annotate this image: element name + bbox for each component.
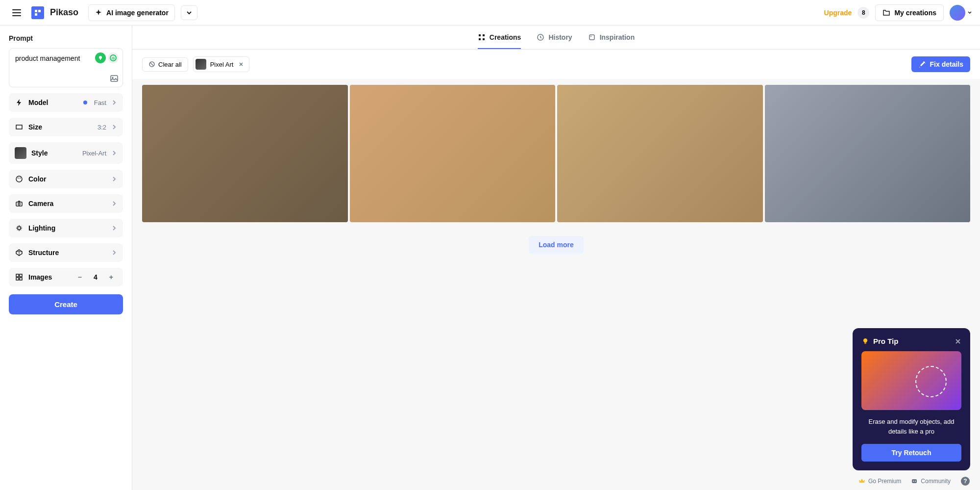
setting-size[interactable]: Size 3:2: [9, 118, 123, 136]
gallery-image[interactable]: [765, 85, 971, 222]
svg-rect-19: [479, 38, 481, 40]
tab-inspiration[interactable]: Inspiration: [588, 33, 635, 49]
setting-camera[interactable]: Camera: [9, 194, 123, 213]
size-value: 3:2: [98, 124, 106, 131]
setting-style[interactable]: Style Pixel-Art: [9, 142, 123, 164]
filter-label: Pixel Art: [210, 61, 234, 68]
setting-lighting[interactable]: Lighting: [9, 219, 123, 237]
svg-rect-18: [483, 34, 485, 36]
camera-icon: [15, 200, 23, 207]
gallery: [132, 79, 980, 228]
chevron-right-icon: [111, 124, 117, 130]
svg-point-12: [18, 227, 21, 230]
svg-rect-14: [20, 274, 22, 277]
structure-icon: [15, 249, 23, 257]
grid-icon: [15, 273, 23, 281]
logo-icon: [34, 9, 42, 17]
menu-button[interactable]: [8, 4, 25, 22]
tab-creations[interactable]: Creations: [478, 33, 521, 49]
tab-creations-label: Creations: [490, 33, 521, 41]
svg-rect-25: [912, 479, 917, 483]
images-count: 4: [91, 273, 100, 281]
style-thumbnail: [15, 147, 26, 159]
svg-rect-10: [16, 202, 22, 206]
pro-tip-card: Pro Tip Erase and modify objects, add de…: [853, 328, 970, 470]
bolt-icon: [15, 99, 23, 106]
upgrade-link[interactable]: Upgrade: [824, 9, 852, 17]
chevron-right-icon: [111, 100, 117, 105]
prompt-suggest-button[interactable]: [95, 52, 106, 63]
help-button[interactable]: ?: [960, 476, 970, 486]
svg-text:?: ?: [963, 478, 967, 485]
filter-thumbnail: [196, 59, 206, 70]
tip-description: Erase and modify objects, add details li…: [861, 417, 961, 436]
chevron-right-icon: [111, 176, 117, 182]
svg-point-7: [16, 176, 22, 182]
ai-generator-button[interactable]: AI image generator: [88, 4, 175, 21]
credits-badge: 8: [858, 7, 869, 19]
sparkle-icon: [95, 9, 102, 17]
caret-down-icon: [967, 10, 972, 15]
wand-icon: [918, 60, 926, 68]
prompt-label: Prompt: [9, 34, 123, 42]
svg-point-11: [18, 203, 20, 205]
discord-icon: [911, 478, 918, 485]
create-button[interactable]: Create: [9, 294, 123, 314]
svg-point-8: [18, 178, 19, 179]
chevron-right-icon: [111, 250, 117, 256]
svg-rect-13: [16, 274, 19, 277]
filter-remove-button[interactable]: [237, 61, 245, 67]
structure-label: Structure: [28, 249, 106, 257]
svg-rect-17: [479, 34, 481, 36]
my-creations-button[interactable]: My creations: [875, 4, 944, 21]
topbar: Pikaso AI image generator Upgrade 8 My c…: [0, 0, 980, 26]
gallery-image[interactable]: [557, 85, 763, 222]
svg-rect-6: [16, 125, 22, 129]
tabs: Creations History Inspiration: [132, 26, 980, 50]
lighting-label: Lighting: [28, 224, 106, 232]
increment-button[interactable]: +: [105, 273, 117, 281]
sun-icon: [15, 224, 23, 232]
clear-all-button[interactable]: Clear all: [142, 57, 188, 72]
hamburger-icon: [12, 8, 22, 18]
tip-title: Pro Tip: [873, 337, 951, 345]
svg-point-26: [913, 481, 914, 482]
prompt-image-button[interactable]: [110, 74, 119, 83]
community-link[interactable]: Community: [911, 476, 951, 486]
style-value: Pixel-Art: [82, 150, 106, 157]
prompt-input[interactable]: product management G: [9, 48, 123, 87]
avatar: [950, 5, 965, 21]
close-icon: [955, 338, 961, 345]
tip-close-button[interactable]: [955, 338, 961, 345]
user-menu[interactable]: [950, 5, 972, 21]
setting-model[interactable]: Model Fast: [9, 93, 123, 112]
load-more-button[interactable]: Load more: [529, 236, 584, 254]
svg-text:G: G: [112, 56, 115, 60]
content-area: Creations History Inspiration Clear all …: [132, 26, 980, 490]
images-counter: Images − 4 +: [9, 268, 123, 286]
setting-structure[interactable]: Structure: [9, 243, 123, 262]
gallery-image[interactable]: [142, 85, 348, 222]
svg-rect-1: [100, 59, 101, 60]
tab-history[interactable]: History: [537, 33, 572, 49]
chevron-right-icon: [111, 150, 117, 156]
svg-point-27: [915, 481, 916, 482]
gallery-image[interactable]: [350, 85, 556, 222]
crown-icon: [858, 478, 865, 485]
size-label: Size: [28, 123, 93, 131]
prompt-grammar-button[interactable]: G: [108, 52, 119, 63]
decrement-button[interactable]: −: [74, 273, 86, 281]
generator-dropdown[interactable]: [181, 5, 197, 20]
try-retouch-button[interactable]: Try Retouch: [861, 444, 961, 462]
image-icon: [110, 74, 119, 83]
logo: [31, 6, 44, 19]
grid-icon: [478, 33, 486, 41]
go-premium-link[interactable]: Go Premium: [858, 476, 901, 486]
fix-details-button[interactable]: Fix details: [911, 56, 970, 72]
svg-rect-20: [483, 38, 485, 40]
tab-history-label: History: [548, 33, 572, 41]
bulb-icon: [861, 337, 869, 345]
fast-indicator: [83, 101, 87, 104]
setting-color[interactable]: Color: [9, 170, 123, 188]
svg-point-0: [99, 56, 102, 59]
